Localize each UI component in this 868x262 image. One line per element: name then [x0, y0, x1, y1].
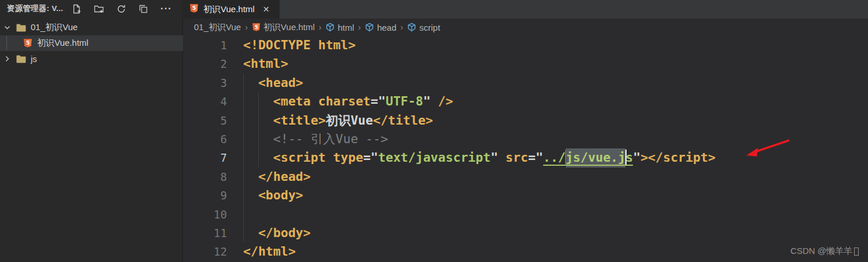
- code-line[interactable]: </html>: [243, 242, 716, 261]
- refresh-icon[interactable]: [116, 4, 126, 14]
- breadcrumb-item-folder[interactable]: 01_初识Vue: [194, 22, 241, 33]
- breadcrumb-separator: ›: [401, 23, 404, 32]
- breadcrumb-item-script[interactable]: script: [419, 23, 440, 32]
- explorer-actions: ···: [72, 0, 172, 17]
- html5-icon: 5: [252, 23, 261, 32]
- html5-icon: 5: [23, 38, 32, 48]
- tree-item-label: js: [31, 54, 37, 64]
- tab-label: 初识Vue.html: [203, 4, 255, 15]
- code-line[interactable]: <body>: [243, 186, 716, 205]
- line-number: 12: [184, 242, 227, 261]
- collapse-folders-icon[interactable]: [138, 4, 148, 14]
- tree-item-file-selected[interactable]: 5 初识Vue.html: [0, 35, 183, 51]
- line-number: 2: [184, 54, 227, 73]
- explorer-title: 资源管理器: V...: [7, 3, 63, 14]
- folder-icon: [16, 24, 26, 32]
- tree-item-folder-js[interactable]: js: [0, 51, 183, 67]
- tree-indent-guide: [6, 36, 7, 50]
- breadcrumb-separator: ›: [358, 23, 361, 32]
- breadcrumb-item-head[interactable]: head: [377, 23, 396, 32]
- chevron-down-icon: [4, 24, 11, 31]
- html5-icon: 5: [189, 3, 199, 16]
- tab-bar: 5 初识Vue.html ✕: [184, 0, 868, 19]
- tree-item-label: 初识Vue.html: [37, 38, 89, 49]
- svg-text:5: 5: [254, 24, 258, 30]
- breadcrumb-separator: ›: [318, 23, 321, 32]
- line-number: 1: [184, 36, 227, 54]
- new-folder-icon[interactable]: [94, 4, 104, 14]
- chevron-right-icon: [4, 56, 11, 62]
- new-file-icon[interactable]: [72, 4, 82, 14]
- watermark: CSDN @懒羊羊: [790, 246, 859, 257]
- line-number: 5: [184, 111, 227, 130]
- code-line[interactable]: [243, 205, 716, 224]
- folder-icon: [16, 55, 26, 63]
- line-number: 4: [184, 92, 227, 111]
- svg-text:5: 5: [26, 39, 30, 46]
- code-line[interactable]: <meta charset="UTF-8" />: [243, 92, 716, 111]
- code-line[interactable]: <!DOCTYPE html>: [243, 36, 716, 54]
- code-line[interactable]: <!-- 引入Vue -->: [243, 130, 716, 148]
- line-number-gutter: 123456789101112: [184, 36, 227, 261]
- explorer-header: 资源管理器: V... ···: [0, 0, 182, 17]
- line-number: 11: [184, 224, 227, 242]
- svg-text:5: 5: [192, 5, 196, 11]
- watermark-text: CSDN @懒羊羊: [790, 246, 852, 257]
- breadcrumb-item-file[interactable]: 初识Vue.html: [263, 22, 315, 33]
- code-line[interactable]: </body>: [243, 224, 716, 242]
- breadcrumb-item-html[interactable]: html: [338, 23, 354, 32]
- annotation-arrow-icon: [738, 132, 802, 164]
- line-number: 3: [184, 74, 227, 92]
- code-line[interactable]: <head>: [243, 74, 716, 92]
- code-line[interactable]: <title>初识Vue</title>: [243, 111, 716, 130]
- code-line[interactable]: <html>: [243, 54, 716, 73]
- code-line[interactable]: </head>: [243, 168, 716, 186]
- symbol-cube-icon: [325, 23, 335, 32]
- line-number: 7: [184, 148, 227, 167]
- line-number: 9: [184, 186, 227, 205]
- breadcrumb-separator: ›: [245, 23, 248, 32]
- close-icon[interactable]: ✕: [263, 5, 270, 13]
- tofu-glyph: [854, 248, 859, 256]
- line-number: 6: [184, 130, 227, 148]
- more-actions-icon[interactable]: ···: [160, 6, 172, 12]
- breadcrumb: 01_初识Vue › 5 初识Vue.html › html › head › …: [184, 19, 868, 36]
- tree-item-label: 01_初识Vue: [31, 22, 78, 33]
- symbol-cube-icon: [365, 23, 374, 32]
- tree-item-folder-01[interactable]: 01_初识Vue: [0, 20, 183, 35]
- line-number: 8: [184, 168, 227, 186]
- code-content[interactable]: <!DOCTYPE html><html> <head> <meta chars…: [243, 36, 716, 261]
- code-line[interactable]: <script type="text/javascript" src="../j…: [243, 148, 716, 167]
- line-number: 10: [184, 205, 227, 224]
- symbol-cube-icon: [407, 23, 416, 32]
- explorer-sidebar: 资源管理器: V... ···: [0, 0, 183, 262]
- tab-active[interactable]: 5 初识Vue.html ✕: [184, 0, 280, 19]
